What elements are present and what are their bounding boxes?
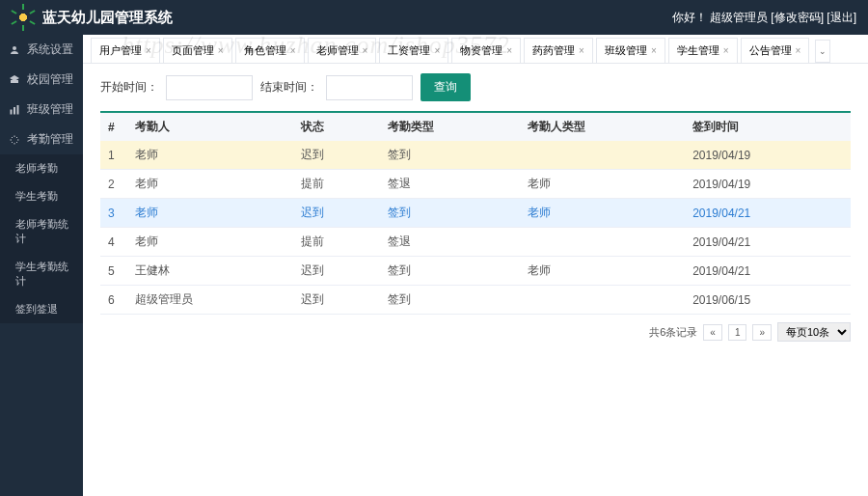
prev-page-button[interactable]: « (703, 324, 722, 341)
sidebar: 系统设置校园管理班级管理考勤管理 老师考勤学生考勤老师考勤统计学生考勤统计签到签… (0, 35, 83, 496)
table-row[interactable]: 1老师迟到签到2019/04/19 (100, 141, 851, 170)
tab-0[interactable]: 用户管理× (91, 38, 160, 63)
cell-n: 6 (100, 286, 127, 315)
sidebar-item-0[interactable]: 系统设置 (0, 35, 83, 65)
sidebar-sub-item-2[interactable]: 老师考勤统计 (0, 210, 83, 253)
cell-person: 老师 (127, 170, 293, 199)
close-icon[interactable]: × (796, 45, 801, 56)
tab-8[interactable]: 学生管理× (668, 38, 738, 63)
top-bar: 蓝天幼儿园管理系统 你好！ 超级管理员 [修改密码] [退出] (0, 0, 868, 35)
pagination: 共6条记录 « 1 » 每页10条 (83, 315, 868, 349)
school-icon (8, 73, 21, 87)
cell-time: 2019/04/21 (685, 257, 851, 286)
sidebar-sub-item-4[interactable]: 签到签退 (0, 295, 83, 323)
tab-9[interactable]: 公告管理× (741, 38, 810, 63)
page-size-select[interactable]: 每页10条 (777, 322, 851, 342)
close-icon[interactable]: × (290, 45, 296, 56)
cell-ptype: 老师 (520, 170, 686, 199)
logout-link[interactable]: [退出] (827, 11, 856, 24)
col-header-0: # (100, 112, 127, 141)
cell-person: 老师 (127, 199, 293, 228)
app-title: 蓝天幼儿园管理系统 (42, 9, 173, 27)
table-row[interactable]: 6超级管理员迟到签到2019/06/15 (100, 286, 851, 315)
sidebar-item-label: 班级管理 (27, 101, 73, 118)
tab-label: 公告管理 (749, 43, 792, 58)
query-button[interactable]: 查询 (420, 73, 471, 101)
col-header-2: 状态 (293, 112, 380, 141)
start-time-label: 开始时间： (100, 79, 158, 96)
svg-rect-3 (17, 105, 19, 115)
tab-6[interactable]: 药药管理× (524, 38, 593, 63)
cell-ptype (520, 228, 686, 257)
svg-point-0 (13, 46, 16, 50)
cell-n: 4 (100, 228, 127, 257)
end-time-label: 结束时间： (260, 79, 318, 96)
sidebar-item-label: 系统设置 (27, 41, 73, 58)
cell-ptype (520, 286, 686, 315)
cell-ptype: 老师 (520, 199, 686, 228)
cell-time: 2019/04/21 (685, 199, 851, 228)
main-content: https://www.huzhan.com/ishop3572 用户管理×页面… (83, 35, 868, 496)
tab-2[interactable]: 角色管理× (235, 38, 305, 63)
cell-status: 迟到 (293, 199, 380, 228)
tab-label: 学生管理 (677, 43, 719, 58)
table-row[interactable]: 5王健林迟到签到老师2019/04/21 (100, 257, 851, 286)
tab-4[interactable]: 工资管理× (379, 38, 448, 63)
close-icon[interactable]: × (434, 45, 440, 56)
close-icon[interactable]: × (363, 45, 368, 56)
cell-type: 签到 (380, 286, 520, 315)
sidebar-sub-item-1[interactable]: 学生考勤 (0, 182, 83, 210)
close-icon[interactable]: × (218, 45, 224, 56)
cell-type: 签退 (380, 228, 520, 257)
cell-status: 提前 (293, 228, 380, 257)
close-icon[interactable]: × (651, 45, 657, 56)
col-header-5: 签到时间 (685, 112, 851, 141)
attend-icon (8, 133, 21, 147)
cell-n: 3 (100, 199, 127, 228)
cell-type: 签退 (380, 170, 520, 199)
table-row[interactable]: 2老师提前签退老师2019/04/19 (100, 170, 851, 199)
cell-ptype: 老师 (520, 257, 686, 286)
tab-bar: https://www.huzhan.com/ishop3572 用户管理×页面… (83, 35, 868, 64)
tab-7[interactable]: 班级管理× (596, 38, 665, 63)
col-header-3: 考勤类型 (380, 112, 520, 141)
cell-status: 提前 (293, 170, 380, 199)
start-time-input[interactable] (166, 75, 253, 100)
col-header-4: 考勤人类型 (520, 112, 686, 141)
close-icon[interactable]: × (579, 45, 584, 56)
sidebar-sub-item-0[interactable]: 老师考勤 (0, 154, 83, 182)
close-icon[interactable]: × (506, 45, 512, 56)
tab-label: 药药管理 (532, 43, 575, 58)
sidebar-item-label: 考勤管理 (27, 131, 73, 148)
cell-n: 5 (100, 257, 127, 286)
tab-label: 班级管理 (605, 43, 647, 58)
close-icon[interactable]: × (146, 45, 151, 56)
tab-5[interactable]: 物资管理× (451, 38, 521, 63)
cell-person: 老师 (127, 228, 293, 257)
col-header-1: 考勤人 (127, 112, 293, 141)
attendance-table: #考勤人状态考勤类型考勤人类型签到时间 1老师迟到签到2019/04/192老师… (100, 111, 851, 315)
tab-3[interactable]: 老师管理× (308, 38, 377, 63)
tab-dropdown-button[interactable]: ⌄ (815, 40, 830, 63)
close-icon[interactable]: × (723, 45, 729, 56)
end-time-input[interactable] (326, 75, 413, 100)
cell-person: 王健林 (127, 257, 293, 286)
next-page-button[interactable]: » (752, 324, 772, 341)
table-row[interactable]: 3老师迟到签到老师2019/04/21 (100, 199, 851, 228)
sidebar-item-1[interactable]: 校园管理 (0, 65, 83, 95)
tab-1[interactable]: 页面管理× (163, 38, 232, 63)
cell-time: 2019/06/15 (685, 286, 851, 315)
sidebar-item-2[interactable]: 班级管理 (0, 95, 83, 124)
user-icon (8, 43, 21, 57)
filter-bar: 开始时间： 结束时间： 查询 (83, 64, 868, 111)
table-row[interactable]: 4老师提前签退2019/04/21 (100, 228, 851, 257)
cell-status: 迟到 (293, 257, 380, 286)
sidebar-sub-item-3[interactable]: 学生考勤统计 (0, 253, 83, 295)
sidebar-item-3[interactable]: 考勤管理 (0, 124, 83, 154)
change-password-link[interactable]: [修改密码] (771, 11, 824, 24)
class-icon (8, 103, 21, 117)
page-number[interactable]: 1 (728, 324, 747, 341)
user-info: 你好！ 超级管理员 [修改密码] [退出] (672, 10, 856, 26)
table-container: #考勤人状态考勤类型考勤人类型签到时间 1老师迟到签到2019/04/192老师… (83, 111, 868, 315)
cell-status: 迟到 (293, 141, 380, 170)
